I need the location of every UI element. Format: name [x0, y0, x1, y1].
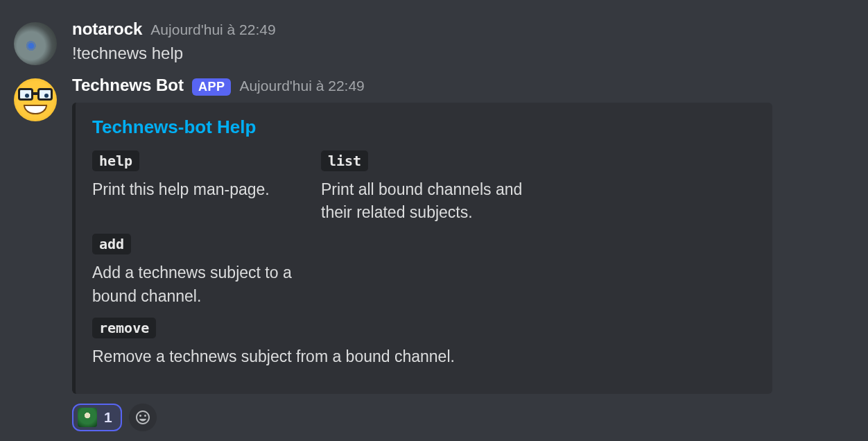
message-timestamp: Aujourd'hui à 22:49	[239, 78, 364, 94]
message-timestamp: Aujourd'hui à 22:49	[150, 21, 275, 38]
smile-icon	[134, 409, 151, 426]
embed-field-list: list Print all bound channels and their …	[321, 150, 529, 225]
embed-fields: help Print this help man-page. list Prin…	[92, 150, 756, 379]
embed-field-remove: remove Remove a technews subject from a …	[92, 318, 756, 368]
reactions-bar: 1	[72, 404, 847, 431]
embed: Technews-bot Help help Print this help m…	[72, 103, 772, 394]
message-user: notarock Aujourd'hui à 22:49 !technews h…	[14, 14, 847, 70]
avatar-image	[14, 78, 57, 121]
avatar-image	[14, 22, 57, 65]
avatar[interactable]	[14, 78, 57, 121]
username[interactable]: Technews Bot	[72, 76, 184, 95]
embed-field-help: help Print this help man-page.	[92, 150, 300, 225]
embed-field-value: Print all bound channels and their relat…	[321, 178, 529, 225]
embed-title[interactable]: Technews-bot Help	[92, 116, 756, 138]
bot-tag: APP	[192, 78, 232, 96]
embed-field-name: help	[92, 150, 139, 171]
reaction-button[interactable]: 1	[72, 404, 122, 431]
embed-field-name: remove	[92, 318, 156, 338]
add-reaction-button[interactable]	[129, 404, 157, 431]
message-bot: Technews Bot APP Aujourd'hui à 22:49 Tec…	[14, 70, 847, 435]
embed-field-value: Add a technews subject to a bound channe…	[92, 261, 300, 308]
embed-field-name: add	[92, 234, 131, 254]
embed-field-value: Print this help man-page.	[92, 178, 300, 201]
reaction-count: 1	[104, 409, 112, 426]
embed-field-value: Remove a technews subject from a bound c…	[92, 345, 756, 368]
username[interactable]: notarock	[72, 19, 142, 39]
reaction-emoji-icon	[78, 408, 97, 427]
embed-field-add: add Add a technews subject to a bound ch…	[92, 234, 300, 308]
embed-field-name: list	[321, 150, 368, 171]
message-content: !technews help	[72, 42, 847, 66]
chat-log: notarock Aujourd'hui à 22:49 !technews h…	[0, 0, 868, 441]
avatar[interactable]	[14, 22, 57, 65]
